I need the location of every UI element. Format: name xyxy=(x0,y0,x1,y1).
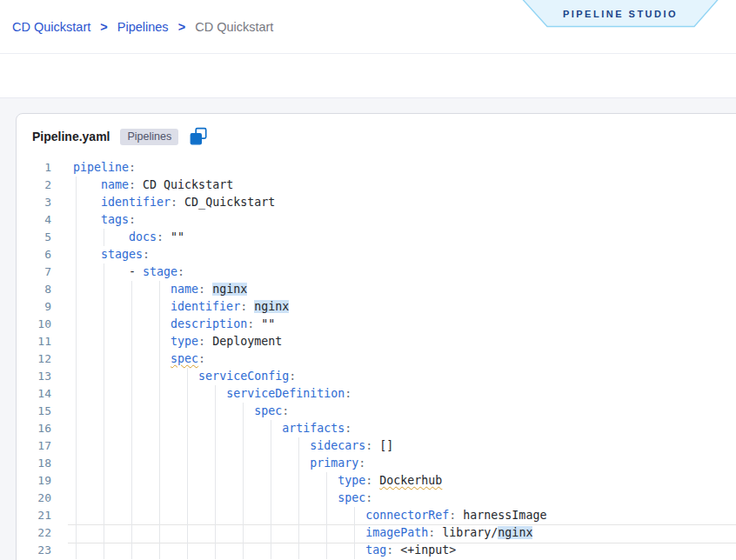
code-line-current[interactable]: 22 imagePath: library/nginx xyxy=(17,524,736,542)
code-token: : xyxy=(129,213,136,226)
line-number: 14 xyxy=(17,385,51,403)
code-text: - stage: xyxy=(73,263,184,281)
code-line[interactable]: 20 spec: xyxy=(17,490,736,507)
line-number: 4 xyxy=(17,211,51,229)
code-token: : xyxy=(129,178,143,191)
copy-icon xyxy=(189,127,208,146)
copy-yaml-button[interactable] xyxy=(189,127,208,146)
code-line[interactable]: 14 serviceDefinition: xyxy=(17,385,736,403)
code-line[interactable]: 16 artifacts: xyxy=(17,420,736,437)
line-number: 18 xyxy=(17,455,51,472)
breadcrumb-project-link[interactable]: CD Quickstart xyxy=(12,20,90,34)
code-line[interactable]: 3 identifier: CD_Quickstart xyxy=(17,194,736,211)
code-token: nginx xyxy=(498,526,532,539)
breadcrumb-pipelines-link[interactable]: Pipelines xyxy=(117,20,169,34)
code-line[interactable]: 11 type: Deployment xyxy=(17,333,736,350)
entity-type-badge: Pipelines xyxy=(120,129,178,145)
code-token: type xyxy=(171,335,198,348)
code-token: : xyxy=(198,335,212,348)
code-text: name: nginx xyxy=(73,281,247,298)
code-token: : xyxy=(365,491,372,504)
code-text: primary: xyxy=(73,455,365,472)
code-line[interactable]: 5 docs: "" xyxy=(17,229,736,246)
code-token: description xyxy=(171,317,247,330)
code-text: pipeline: xyxy=(73,159,136,177)
code-token: : xyxy=(428,526,442,539)
code-line[interactable]: 15 spec: xyxy=(17,403,736,420)
code-text: spec: xyxy=(73,490,372,507)
code-line[interactable]: 7 - stage: xyxy=(17,263,736,281)
yaml-editor-card: Pipeline.yaml Pipelines 1pipeline:2 name… xyxy=(16,113,736,560)
breadcrumb-bar: CD Quickstart > Pipelines > CD Quickstar… xyxy=(0,0,736,54)
code-token: sidecars xyxy=(310,439,365,452)
code-line[interactable]: 8 name: nginx xyxy=(17,281,736,298)
code-token: Dockerhub xyxy=(379,474,442,487)
code-text: identifier: nginx xyxy=(73,298,289,316)
code-token: : xyxy=(198,352,205,365)
code-token: : xyxy=(171,196,184,209)
code-token: : xyxy=(198,283,212,296)
code-token: name xyxy=(171,283,198,296)
code-line[interactable]: 9 identifier: nginx xyxy=(17,298,736,316)
line-number: 6 xyxy=(17,246,51,263)
code-line[interactable]: 2 name: CD Quickstart xyxy=(17,177,736,194)
line-number: 13 xyxy=(17,368,51,385)
code-text: identifier: CD_Quickstart xyxy=(73,194,275,211)
line-number: 12 xyxy=(17,350,51,368)
code-text: connectorRef: harnessImage xyxy=(73,507,546,524)
line-number: 16 xyxy=(17,420,51,437)
code-token: harnessImage xyxy=(463,509,546,522)
code-token: nginx xyxy=(212,283,247,296)
code-line[interactable]: 1pipeline: xyxy=(17,159,736,177)
code-token: : xyxy=(365,474,379,487)
code-token: stages xyxy=(101,248,143,261)
code-token: library/ xyxy=(442,526,498,539)
code-line[interactable]: 19 type: Dockerhub xyxy=(17,472,736,490)
code-token: : xyxy=(143,248,150,261)
code-line[interactable]: 12 spec: xyxy=(17,350,736,368)
breadcrumb: CD Quickstart > Pipelines > CD Quickstar… xyxy=(12,20,273,34)
line-number: 11 xyxy=(17,333,51,350)
code-token: : xyxy=(345,387,351,400)
line-number: 7 xyxy=(17,263,51,281)
code-line[interactable]: 6 stages: xyxy=(17,246,736,263)
code-line[interactable]: 10 description: "" xyxy=(17,316,736,333)
code-token: serviceConfig xyxy=(198,370,289,383)
content-area: Pipeline.yaml Pipelines 1pipeline:2 name… xyxy=(0,98,736,560)
line-number: 17 xyxy=(17,437,51,455)
code-text: docs: "" xyxy=(73,229,184,246)
code-token: : xyxy=(345,422,351,435)
code-token: : xyxy=(157,230,171,243)
code-area[interactable]: 1pipeline:2 name: CD Quickstart3 identif… xyxy=(17,159,736,560)
code-token: - xyxy=(129,265,143,278)
line-number: 5 xyxy=(17,229,51,246)
code-text: type: Dockerhub xyxy=(73,472,442,490)
code-token: : xyxy=(449,509,463,522)
file-name: Pipeline.yaml xyxy=(32,130,110,143)
code-token: imagePath xyxy=(365,526,428,539)
code-line[interactable]: 4 tags: xyxy=(17,211,736,229)
code-line[interactable]: 21 connectorRef: harnessImage xyxy=(17,507,736,524)
code-text: name: CD Quickstart xyxy=(73,177,233,194)
code-text: tag: <+input> xyxy=(73,542,456,559)
code-token: stage xyxy=(143,265,177,278)
code-token: : xyxy=(282,404,289,417)
line-number: 19 xyxy=(17,472,51,490)
line-number: 21 xyxy=(17,507,51,524)
code-line[interactable]: 18 primary: xyxy=(17,455,736,472)
code-token: primary xyxy=(310,457,358,470)
code-line[interactable]: 13 serviceConfig: xyxy=(17,368,736,385)
code-token: CD_Quickstart xyxy=(184,196,275,209)
code-token: tags xyxy=(101,213,129,226)
code-token: CD Quickstart xyxy=(143,178,233,191)
code-token: nginx xyxy=(254,300,289,313)
code-token: "" xyxy=(171,230,184,243)
code-token: [] xyxy=(379,439,393,452)
code-text: spec: xyxy=(73,403,289,420)
code-token: Deployment xyxy=(212,335,282,348)
line-number: 10 xyxy=(17,316,51,333)
code-line[interactable]: 23 tag: <+input> xyxy=(17,542,736,559)
code-token: identifier xyxy=(101,196,171,209)
pipeline-studio-page: CD Quickstart > Pipelines > CD Quickstar… xyxy=(0,0,736,560)
code-line[interactable]: 17 sidecars: [] xyxy=(17,437,736,455)
